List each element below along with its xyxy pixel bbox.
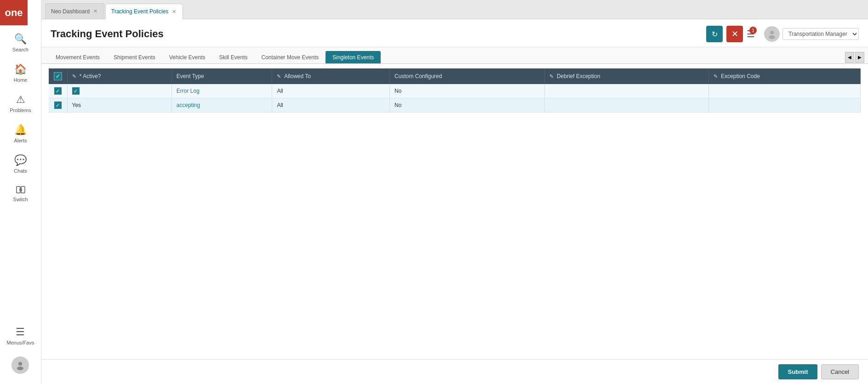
- close-button[interactable]: ✕: [726, 26, 743, 42]
- table-container: ✓ ✎ * Active? Event Type ✎ Allowed To: [41, 64, 868, 359]
- user-avatar: [11, 356, 29, 374]
- sidebar-label-menus: Menus/Favs: [7, 340, 34, 345]
- sidebar-label-problems: Problems: [10, 107, 31, 113]
- submit-button[interactable]: Submit: [778, 364, 817, 379]
- col-select: ✓: [49, 68, 67, 84]
- col-allowed-to: ✎ Allowed To: [272, 68, 390, 84]
- tab-neo-dashboard-label: Neo Dashboard: [51, 8, 90, 15]
- row2-select-cell: ✓: [49, 98, 67, 113]
- row2-custom-configured-cell: No: [390, 98, 544, 113]
- page-header: Tracking Event Policies ↻ ✕ ☰ 1: [41, 19, 868, 47]
- sidebar-item-search[interactable]: 🔍 Search: [0, 28, 41, 58]
- col-active: ✎ * Active?: [67, 68, 171, 84]
- svg-rect-1: [21, 186, 25, 193]
- tab-neo-dashboard-close[interactable]: ✕: [92, 8, 98, 14]
- row1-custom-configured-cell: No: [390, 84, 544, 98]
- cancel-button[interactable]: Cancel: [821, 364, 859, 379]
- row2-event-type-cell: accepting: [171, 98, 272, 113]
- col-active-label: * Active?: [80, 73, 101, 79]
- tab-bar: Neo Dashboard ✕ Tracking Event Policies …: [41, 0, 868, 19]
- refresh-icon: ↻: [712, 30, 718, 39]
- tab-shipment-events-label: Shipment Events: [114, 54, 155, 61]
- row2-active-value: Yes: [72, 102, 81, 108]
- tab-movement-events[interactable]: Movement Events: [49, 51, 107, 63]
- debrief-edit-icon: ✎: [549, 73, 554, 79]
- table-row: ✓ Yes accepting All No: [49, 98, 861, 113]
- sidebar: one 🔍 Search 🏠 Home ⚠ Problems 🔔 Alerts …: [0, 0, 41, 384]
- tab-vehicle-events[interactable]: Vehicle Events: [162, 51, 212, 63]
- col-event-type: Event Type: [171, 68, 272, 84]
- tab-singleton-events[interactable]: Singleton Events: [326, 51, 381, 63]
- col-custom-configured: Custom Configured: [390, 68, 544, 84]
- exception-code-edit-icon: ✎: [714, 73, 718, 79]
- svg-point-5: [769, 35, 775, 39]
- page-title: Tracking Event Policies: [51, 28, 706, 40]
- close-icon: ✕: [731, 29, 738, 39]
- bell-icon: 🔔: [14, 124, 27, 136]
- tab-skill-events-label: Skill Events: [219, 54, 247, 61]
- tab-skill-events[interactable]: Skill Events: [212, 51, 254, 63]
- sidebar-label-search: Search: [12, 47, 29, 52]
- page-footer: Submit Cancel: [41, 359, 868, 384]
- app-logo: one: [0, 0, 28, 25]
- row2-exception-code-cell: [708, 98, 860, 113]
- sidebar-item-problems[interactable]: ⚠ Problems: [0, 88, 41, 119]
- svg-point-2: [18, 362, 22, 366]
- active-edit-icon: ✎: [72, 73, 76, 79]
- switch-icon: [16, 185, 26, 195]
- col-exception-code-label: Exception Code: [721, 73, 760, 79]
- sidebar-item-chats[interactable]: 💬 Chats: [0, 149, 41, 179]
- col-custom-configured-label: Custom Configured: [394, 73, 442, 79]
- svg-point-4: [770, 31, 774, 34]
- row1-exception-code-cell: [708, 84, 860, 98]
- sidebar-item-user-avatar[interactable]: [5, 351, 37, 379]
- menu-icon: ☰: [16, 326, 25, 338]
- search-icon: 🔍: [14, 33, 27, 45]
- tab-scroll-right[interactable]: ▶: [855, 52, 864, 63]
- col-debrief-exception: ✎ Debrief Exception: [544, 68, 708, 84]
- tab-shipment-events[interactable]: Shipment Events: [107, 51, 162, 63]
- col-debrief-exception-label: Debrief Exception: [557, 73, 600, 79]
- home-icon: 🏠: [14, 63, 27, 75]
- tab-neo-dashboard[interactable]: Neo Dashboard ✕: [45, 3, 104, 19]
- sidebar-item-switch[interactable]: Switch: [0, 179, 41, 208]
- sidebar-label-chats: Chats: [14, 168, 27, 174]
- row1-debrief-exception-cell: [544, 84, 708, 98]
- tab-container-move-events-label: Container Move Events: [262, 54, 319, 61]
- user-role-select[interactable]: Transportation Manager: [782, 28, 859, 40]
- user-section: Transportation Manager: [764, 26, 859, 42]
- tab-tracking-event-policies-label: Tracking Event Policies: [111, 8, 168, 15]
- row1-checkbox[interactable]: ✓: [54, 87, 62, 95]
- tab-tracking-event-policies-close[interactable]: ✕: [171, 9, 177, 15]
- sidebar-item-alerts[interactable]: 🔔 Alerts: [0, 119, 41, 149]
- content-tabs: Movement Events Shipment Events Vehicle …: [41, 47, 868, 64]
- tracking-events-table: ✓ ✎ * Active? Event Type ✎ Allowed To: [49, 68, 861, 113]
- user-avatar-header: [764, 26, 780, 42]
- sidebar-item-menus-favs[interactable]: ☰ Menus/Favs: [5, 321, 37, 351]
- refresh-button[interactable]: ↻: [706, 26, 723, 42]
- tab-scroll-controls: ◀ ▶: [845, 52, 868, 63]
- allowed-to-edit-icon: ✎: [277, 73, 281, 79]
- row2-checkbox[interactable]: ✓: [54, 102, 62, 109]
- main-content: Neo Dashboard ✕ Tracking Event Policies …: [41, 0, 868, 384]
- row2-debrief-exception-cell: [544, 98, 708, 113]
- notification-badge: 1: [749, 27, 757, 34]
- row1-active-checkbox[interactable]: ✓: [72, 87, 80, 95]
- tab-singleton-events-label: Singleton Events: [332, 54, 374, 61]
- sidebar-label-alerts: Alerts: [14, 138, 27, 143]
- row1-event-type-link[interactable]: Error Log: [177, 88, 200, 94]
- tab-tracking-event-policies[interactable]: Tracking Event Policies ✕: [105, 4, 183, 19]
- tab-container-move-events[interactable]: Container Move Events: [255, 51, 326, 63]
- sidebar-item-home[interactable]: 🏠 Home: [0, 58, 41, 88]
- tab-scroll-left[interactable]: ◀: [845, 52, 854, 63]
- select-all-checkbox[interactable]: ✓: [54, 72, 62, 80]
- tab-movement-events-label: Movement Events: [56, 54, 100, 61]
- chat-icon: 💬: [14, 154, 27, 166]
- table-row: ✓ ✓ Error Log All No: [49, 84, 861, 98]
- row2-active-cell: Yes: [67, 98, 171, 113]
- logo-text: one: [5, 7, 23, 19]
- menu-button[interactable]: ☰ 1: [747, 28, 755, 40]
- row2-event-type-link[interactable]: accepting: [177, 102, 200, 108]
- row1-select-cell: ✓: [49, 84, 67, 98]
- svg-rect-0: [17, 186, 20, 193]
